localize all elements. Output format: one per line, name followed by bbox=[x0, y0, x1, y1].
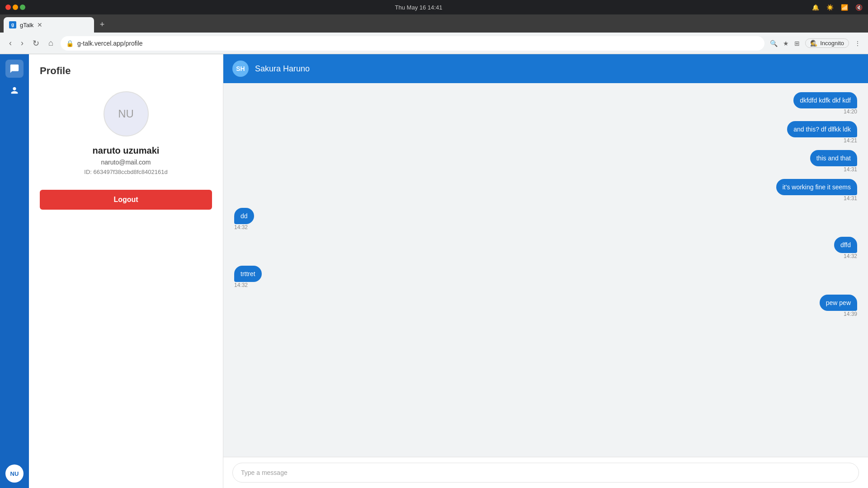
message-input[interactable] bbox=[232, 463, 859, 483]
message-row: it's working fine it seems 14:31 bbox=[234, 179, 857, 205]
system-icons: 🔔 ☀️ 📶 🔇 bbox=[812, 4, 863, 11]
logout-button[interactable]: Logout bbox=[40, 190, 212, 210]
sidebar: NU bbox=[0, 54, 29, 488]
sidebar-item-contacts[interactable] bbox=[5, 81, 24, 99]
profile-avatar: NU bbox=[104, 91, 149, 136]
profile-avatar-wrapper: NU bbox=[40, 91, 212, 136]
incognito-badge: 🕵 Incognito bbox=[805, 38, 849, 48]
message-text: and this? df dlfkk ldk bbox=[787, 121, 857, 137]
current-user-avatar[interactable]: NU bbox=[5, 465, 24, 483]
back-button[interactable]: ‹ bbox=[7, 37, 14, 50]
new-tab-button[interactable]: + bbox=[96, 18, 108, 31]
message-text: this and that bbox=[810, 150, 857, 166]
profile-id: ID: 663497f38ccbd8fc8402161d bbox=[40, 169, 212, 175]
notification-icon: 🔔 bbox=[812, 4, 819, 11]
tab-bar: g gTalk ✕ + bbox=[0, 14, 868, 33]
message-time: 14:31 bbox=[776, 195, 857, 202]
message-text: dd bbox=[234, 208, 254, 224]
profile-title: Profile bbox=[40, 65, 212, 77]
wifi-icon: 📶 bbox=[841, 4, 848, 11]
message-bubble-received: dd 14:32 bbox=[234, 208, 254, 234]
message-text: dffd bbox=[834, 237, 857, 253]
menu-icon[interactable]: ⋮ bbox=[854, 40, 861, 47]
close-control[interactable] bbox=[5, 5, 11, 10]
chat-area: SH Sakura Haruno dkfdfd kdfk dkf kdf 14:… bbox=[223, 54, 868, 488]
reload-button[interactable]: ↻ bbox=[31, 37, 41, 50]
message-row: dd 14:32 bbox=[234, 208, 857, 234]
profile-panel: Profile NU naruto uzumaki naruto@mail.co… bbox=[29, 54, 223, 488]
message-bubble-received: trttret 14:32 bbox=[234, 266, 262, 292]
title-bar: Thu May 16 14:41 🔔 ☀️ 📶 🔇 bbox=[0, 0, 868, 14]
tab-favicon: g bbox=[9, 21, 16, 28]
window-controls bbox=[5, 5, 25, 10]
message-text: pew pew bbox=[820, 295, 857, 311]
url-bar[interactable]: 🔒 g-talk.vercel.app/profile bbox=[61, 36, 764, 51]
sidebar-item-chat[interactable] bbox=[5, 60, 24, 78]
message-bubble-sent: this and that 14:31 bbox=[810, 150, 857, 176]
message-time: 14:32 bbox=[834, 253, 857, 259]
chat-header: SH Sakura Haruno bbox=[223, 54, 868, 83]
chat-icon bbox=[9, 64, 19, 74]
contact-name: Sakura Haruno bbox=[255, 64, 310, 74]
minimize-control[interactable] bbox=[13, 5, 18, 10]
message-row: pew pew 14:39 bbox=[234, 295, 857, 321]
incognito-icon: 🕵 bbox=[810, 40, 817, 47]
message-time: 14:31 bbox=[810, 166, 857, 173]
url-text: g-talk.vercel.app/profile bbox=[77, 40, 759, 47]
message-bubble-sent: and this? df dlfkk ldk 14:21 bbox=[787, 121, 857, 147]
message-bubble-sent: pew pew 14:39 bbox=[820, 295, 857, 321]
contact-avatar-initials: SH bbox=[236, 65, 245, 72]
profile-name: naruto uzumaki bbox=[40, 145, 212, 156]
tab-title: gTalk bbox=[20, 22, 33, 28]
profile-avatar-initials: NU bbox=[118, 108, 134, 120]
message-row: dkfdfd kdfk dkf kdf 14:20 bbox=[234, 92, 857, 118]
message-time: 14:32 bbox=[234, 282, 262, 288]
address-bar: ‹ › ↻ ⌂ 🔒 g-talk.vercel.app/profile 🔍 ★ … bbox=[0, 33, 868, 54]
forward-button[interactable]: › bbox=[19, 37, 25, 50]
datetime-display: Thu May 16 14:41 bbox=[395, 4, 443, 11]
message-text: dkfdfd kdfk dkf kdf bbox=[793, 92, 857, 108]
message-time: 14:39 bbox=[820, 311, 857, 317]
current-user-initials: NU bbox=[10, 470, 19, 477]
message-text: trttret bbox=[234, 266, 262, 282]
incognito-label: Incognito bbox=[820, 40, 844, 47]
message-row: trttret 14:32 bbox=[234, 266, 857, 292]
apps-icon[interactable]: ⊞ bbox=[794, 40, 800, 47]
bookmark-icon[interactable]: ★ bbox=[783, 40, 789, 47]
app-container: NU Profile NU naruto uzumaki naruto@mail… bbox=[0, 54, 868, 488]
message-row: this and that 14:31 bbox=[234, 150, 857, 176]
message-row: and this? df dlfkk ldk 14:21 bbox=[234, 121, 857, 147]
address-bar-actions: 🔍 ★ ⊞ 🕵 Incognito ⋮ bbox=[770, 38, 861, 48]
profile-email: naruto@mail.com bbox=[40, 159, 212, 166]
chat-input-area bbox=[223, 457, 868, 488]
message-time: 14:21 bbox=[787, 137, 857, 144]
message-bubble-sent: it's working fine it seems 14:31 bbox=[776, 179, 857, 205]
message-bubble-sent: dffd 14:32 bbox=[834, 237, 857, 263]
message-time: 14:20 bbox=[793, 108, 857, 115]
message-text: it's working fine it seems bbox=[776, 179, 857, 195]
lock-icon: 🔒 bbox=[66, 40, 74, 47]
maximize-control[interactable] bbox=[20, 5, 25, 10]
message-bubble-sent: dkfdfd kdfk dkf kdf 14:20 bbox=[793, 92, 857, 118]
message-row: dffd 14:32 bbox=[234, 237, 857, 263]
contacts-icon bbox=[9, 85, 19, 95]
message-time: 14:32 bbox=[234, 224, 254, 230]
tab-close-button[interactable]: ✕ bbox=[37, 21, 42, 28]
contact-avatar: SH bbox=[232, 61, 249, 77]
brightness-icon: ☀️ bbox=[826, 4, 834, 11]
messages-area: dkfdfd kdfk dkf kdf 14:20 and this? df d… bbox=[223, 83, 868, 457]
tab-gtalk[interactable]: g gTalk ✕ bbox=[4, 17, 94, 33]
home-button[interactable]: ⌂ bbox=[47, 37, 55, 50]
search-icon[interactable]: 🔍 bbox=[770, 40, 778, 47]
volume-icon: 🔇 bbox=[855, 4, 863, 11]
